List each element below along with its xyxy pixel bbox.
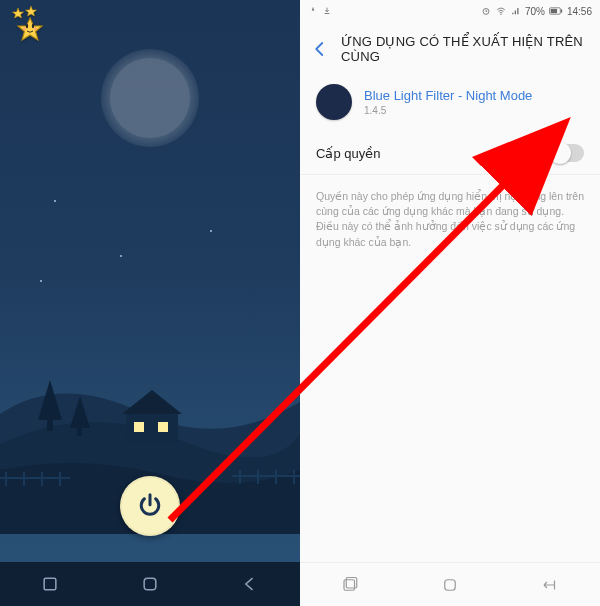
back-nav-icon[interactable] <box>539 576 561 594</box>
svg-rect-16 <box>158 422 168 432</box>
svg-rect-28 <box>144 578 156 590</box>
night-mode-app-screen <box>0 0 300 606</box>
clock: 14:56 <box>567 6 592 17</box>
recents-nav-icon[interactable] <box>339 576 361 594</box>
svg-rect-32 <box>561 9 562 12</box>
home-nav-icon[interactable] <box>440 576 460 594</box>
power-icon <box>135 491 165 521</box>
recents-nav-icon[interactable] <box>40 574 60 594</box>
moon-illustration <box>94 42 206 154</box>
battery-icon <box>549 6 563 16</box>
svg-point-6 <box>34 28 37 31</box>
svg-rect-13 <box>126 414 178 442</box>
rating-star-icon[interactable] <box>10 4 56 48</box>
permission-label: Cấp quyền <box>316 146 380 161</box>
svg-marker-14 <box>122 390 182 414</box>
system-nav-bar <box>300 562 600 606</box>
svg-point-30 <box>500 14 501 15</box>
download-icon <box>322 6 332 16</box>
svg-point-5 <box>23 28 26 31</box>
svg-rect-10 <box>47 419 53 431</box>
svg-rect-12 <box>77 427 82 436</box>
wifi-icon <box>495 6 507 16</box>
app-info-row: Blue Light Filter - Night Mode 1.4.5 <box>300 74 600 134</box>
svg-rect-35 <box>347 577 358 588</box>
system-nav-bar <box>0 562 300 606</box>
home-nav-icon[interactable] <box>140 574 160 594</box>
app-version: 1.4.5 <box>364 105 532 116</box>
toggle-knob <box>549 142 571 164</box>
overlay-permission-screen: 70% 14:56 ỨNG DỤNG CÓ THỂ XUẤT HIỆN TRÊN… <box>300 0 600 606</box>
moon-icon <box>323 91 345 113</box>
permission-description: Quyền này cho phép ứng dụng hiển thị nội… <box>300 175 600 264</box>
permission-toggle[interactable] <box>550 144 584 162</box>
svg-rect-36 <box>445 579 456 590</box>
signal-icon <box>511 6 521 16</box>
header: ỨNG DỤNG CÓ THỂ XUẤT HIỆN TRÊN CÙNG <box>300 22 600 74</box>
permission-row: Cấp quyền <box>300 134 600 175</box>
chevron-left-icon <box>311 40 329 58</box>
page-title: ỨNG DỤNG CÓ THỂ XUẤT HIỆN TRÊN CÙNG <box>341 34 590 64</box>
location-icon <box>308 6 318 16</box>
back-button[interactable] <box>310 37 331 61</box>
power-button[interactable] <box>120 476 180 536</box>
svg-point-3 <box>26 24 28 29</box>
back-nav-icon[interactable] <box>240 574 260 594</box>
svg-rect-15 <box>134 422 144 432</box>
alarm-icon <box>481 6 491 16</box>
status-bar: 70% 14:56 <box>300 0 600 22</box>
svg-rect-27 <box>44 578 56 590</box>
battery-percent: 70% <box>525 6 545 17</box>
svg-point-4 <box>32 24 34 29</box>
svg-marker-0 <box>13 8 24 18</box>
app-name: Blue Light Filter - Night Mode <box>364 88 532 103</box>
svg-marker-2 <box>18 18 42 40</box>
svg-marker-1 <box>26 6 37 16</box>
svg-rect-34 <box>344 579 355 590</box>
svg-rect-33 <box>551 9 557 13</box>
app-icon <box>316 84 352 120</box>
